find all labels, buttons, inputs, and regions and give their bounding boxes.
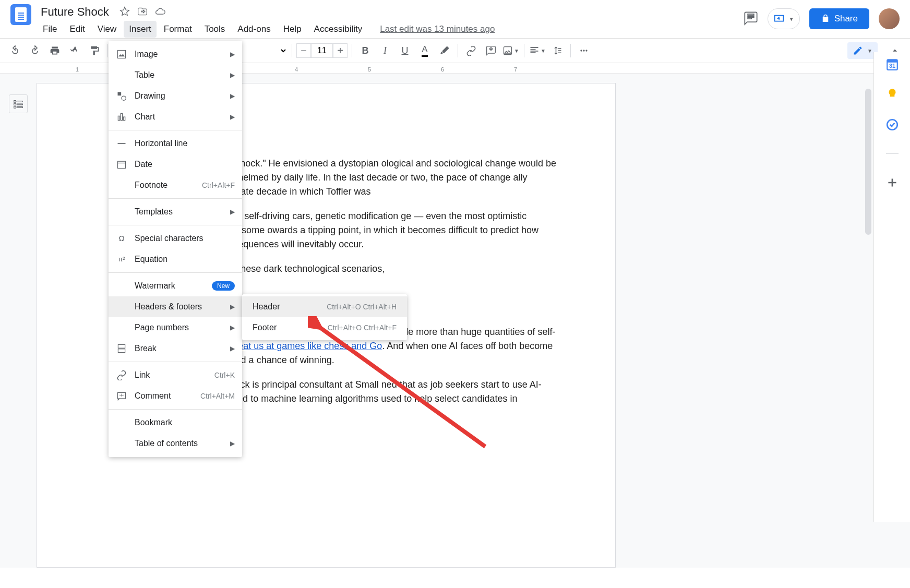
outline-button[interactable]: [9, 94, 28, 113]
bold-button[interactable]: B: [356, 42, 374, 59]
svg-text:+: +: [120, 392, 123, 398]
keep-icon[interactable]: [885, 88, 899, 101]
redo-button[interactable]: [26, 42, 44, 59]
svg-point-2: [585, 50, 587, 51]
lock-icon: [821, 14, 830, 23]
last-edit-link[interactable]: Last edit was 13 minutes ago: [380, 24, 495, 34]
menu-item-date[interactable]: Date: [109, 154, 242, 175]
share-button[interactable]: Share: [809, 8, 869, 29]
decrease-font-button[interactable]: −: [296, 43, 311, 58]
menu-item-page-numbers[interactable]: Page numbers▶: [109, 317, 242, 338]
highlight-button[interactable]: [436, 42, 453, 59]
menu-format[interactable]: Format: [159, 21, 197, 38]
italic-button[interactable]: I: [376, 42, 394, 59]
share-label: Share: [834, 14, 858, 24]
star-icon[interactable]: [119, 6, 130, 18]
chevron-right-icon: ▶: [230, 113, 235, 121]
print-button[interactable]: [46, 42, 64, 59]
more-button[interactable]: [575, 42, 593, 59]
menu-item-special-characters[interactable]: ΩSpecial characters: [109, 228, 242, 249]
text-color-button[interactable]: A: [416, 42, 434, 59]
menu-item-templates[interactable]: Templates▶: [109, 201, 242, 222]
svg-rect-7: [118, 51, 126, 58]
menu-insert[interactable]: Insert: [124, 21, 157, 38]
menu-addons[interactable]: Add-ons: [232, 21, 276, 38]
user-avatar[interactable]: [879, 8, 900, 29]
menubar: File Edit View Insert Format Tools Add-o…: [38, 21, 744, 38]
comment-history-icon[interactable]: [744, 11, 758, 27]
add-addon-icon[interactable]: [885, 176, 899, 189]
chevron-right-icon: ▶: [230, 92, 235, 100]
svg-rect-16: [118, 349, 125, 353]
menu-item-chart[interactable]: Chart▶: [109, 106, 242, 127]
scrollbar[interactable]: [865, 89, 871, 235]
hr-icon: [116, 138, 127, 149]
submenu-item-footer[interactable]: FooterCtrl+Alt+O Ctrl+Alt+F: [242, 317, 407, 338]
menu-view[interactable]: View: [92, 21, 122, 38]
chevron-down-icon: ▼: [867, 48, 872, 54]
move-icon[interactable]: [137, 6, 148, 18]
insert-image-button[interactable]: ▼: [502, 42, 520, 59]
add-comment-button[interactable]: [482, 42, 500, 59]
menu-accessibility[interactable]: Accessibility: [309, 21, 368, 38]
blank-icon: [116, 206, 127, 218]
blank-icon: [116, 301, 127, 313]
underline-button[interactable]: U: [396, 42, 414, 59]
menu-tools[interactable]: Tools: [199, 21, 231, 38]
docs-logo[interactable]: [10, 4, 31, 25]
chevron-right-icon: ▶: [230, 71, 235, 79]
submenu-item-header[interactable]: HeaderCtrl+Alt+O Ctrl+Alt+H: [242, 296, 407, 317]
menu-item-footnote[interactable]: FootnoteCtrl+Alt+F: [109, 175, 242, 196]
present-button[interactable]: ▼: [768, 8, 800, 29]
blank-icon: [116, 417, 127, 428]
tasks-icon[interactable]: [885, 118, 899, 131]
comment-icon: +: [116, 390, 127, 402]
link-icon: [116, 369, 127, 381]
menu-item-comment[interactable]: +CommentCtrl+Alt+M: [109, 386, 242, 406]
drawing-icon: [116, 90, 127, 102]
chevron-down-icon: ▼: [789, 16, 794, 22]
date-icon: [116, 159, 127, 170]
menu-item-watermark[interactable]: WatermarkNew: [109, 275, 242, 296]
paint-format-button[interactable]: [86, 42, 103, 59]
menu-item-equation[interactable]: π²Equation: [109, 249, 242, 270]
chevron-right-icon: ▶: [230, 324, 235, 331]
chart-icon: [116, 111, 127, 123]
increase-font-button[interactable]: +: [333, 43, 348, 58]
menu-item-drawing[interactable]: Drawing▶: [109, 86, 242, 106]
undo-button[interactable]: [6, 42, 24, 59]
menu-item-link[interactable]: LinkCtrl+K: [109, 365, 242, 386]
menu-item-bookmark[interactable]: Bookmark: [109, 412, 242, 433]
svg-rect-15: [118, 345, 125, 349]
menu-item-table[interactable]: Table▶: [109, 65, 242, 86]
menu-item-headers-footers[interactable]: Headers & footers▶: [109, 296, 242, 317]
blank-icon: [116, 179, 127, 191]
svg-text:Ω: Ω: [118, 234, 124, 243]
chevron-right-icon: ▶: [230, 345, 235, 352]
menu-item-image[interactable]: Image▶: [109, 44, 242, 65]
menu-file[interactable]: File: [38, 21, 62, 38]
menu-item-horizontal-line[interactable]: Horizontal line: [109, 133, 242, 154]
menu-edit[interactable]: Edit: [64, 21, 90, 38]
font-family-select[interactable]: [260, 43, 288, 58]
document-link[interactable]: lefeat us at games like chess and Go: [228, 341, 382, 351]
spellcheck-button[interactable]: [66, 42, 83, 59]
svg-point-9: [122, 96, 126, 100]
omega-icon: Ω: [116, 233, 127, 244]
pencil-icon: [853, 45, 863, 56]
svg-point-0: [580, 50, 582, 51]
document-title[interactable]: Future Shock: [38, 4, 112, 20]
menu-item-table-of-contents[interactable]: Table of contents▶: [109, 433, 242, 454]
chevron-right-icon: ▶: [230, 440, 235, 447]
cloud-status-icon[interactable]: [155, 6, 165, 18]
menu-item-break[interactable]: Break▶: [109, 338, 242, 359]
menu-help[interactable]: Help: [278, 21, 307, 38]
insert-link-button[interactable]: [462, 42, 480, 59]
side-panel: 31: [873, 52, 910, 522]
calendar-icon[interactable]: 31: [885, 57, 899, 71]
font-size-input[interactable]: [311, 43, 333, 58]
line-spacing-button[interactable]: [548, 42, 566, 59]
svg-text:π²: π²: [118, 256, 125, 263]
image-icon: [116, 49, 127, 60]
align-button[interactable]: ▼: [529, 42, 546, 59]
